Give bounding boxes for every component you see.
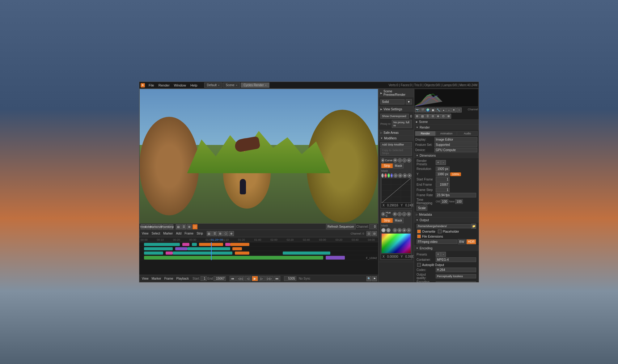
tl-icon-5[interactable]: ⊕ <box>229 231 234 236</box>
solid-mode-dropdown[interactable]: Solid <box>380 99 404 104</box>
curve-x1-btn[interactable]: ⊡ <box>393 173 398 178</box>
strip-menu-btn[interactable]: Strip <box>168 224 173 229</box>
curve-delete-btn[interactable]: ✕ <box>407 158 411 163</box>
hue-x1[interactable]: ⊡ <box>393 228 397 232</box>
clip-1[interactable] <box>144 243 180 246</box>
channel-g-btn[interactable]: G <box>387 173 390 178</box>
hue-v-btn[interactable]: V <box>386 228 391 232</box>
clip-8[interactable] <box>175 247 187 250</box>
presets-remove-btn[interactable]: - <box>441 160 446 165</box>
clip-5[interactable] <box>225 243 230 246</box>
overwrite-chk[interactable] <box>417 230 421 233</box>
curve-x2-btn[interactable]: ⊟ <box>398 173 402 178</box>
hue-strip-btn[interactable]: Strip <box>381 218 393 223</box>
strip-btn-1[interactable]: Strip <box>381 163 393 168</box>
copy-strips-btn[interactable]: Copy to Selected Strips <box>380 148 412 156</box>
old-value[interactable]: 100 <box>441 199 448 204</box>
fps-value[interactable]: 23.94 fps <box>436 193 476 197</box>
new-value[interactable]: 100 <box>455 199 463 204</box>
menu-window[interactable]: Window <box>172 83 188 88</box>
prop-i3[interactable]: ☰ <box>425 114 430 119</box>
curve-graph[interactable] <box>381 178 411 203</box>
prop-i6[interactable]: ⊡ <box>441 114 446 119</box>
view-settings-header[interactable]: ▶ View Settings <box>379 107 414 112</box>
jump-start-btn[interactable]: ⏮ <box>230 276 236 281</box>
hue-x4[interactable]: ✕ <box>407 228 411 232</box>
channel-input[interactable]: 0 <box>369 224 377 229</box>
hue-x3[interactable]: ⊕ <box>402 228 406 232</box>
prop-obj-icon[interactable]: ▣ <box>430 108 435 112</box>
oq-value[interactable]: Perceptually lossless <box>436 274 476 278</box>
hue-del-btn[interactable]: ✕ <box>407 212 411 216</box>
frame-end-value[interactable]: 15067 <box>436 182 450 187</box>
hdr-btn[interactable]: HDR <box>466 239 476 244</box>
clip-14[interactable] <box>235 252 249 255</box>
output-browse-btn[interactable]: 📁 <box>471 224 476 229</box>
clip-6[interactable] <box>230 243 249 246</box>
tl-icon-2[interactable]: ☰ <box>212 231 217 236</box>
output-path[interactable]: /home/silvergo/renders/ <box>417 224 471 228</box>
frame-step-value[interactable]: 1 <box>436 188 450 192</box>
prop-phy-icon[interactable]: ~ <box>457 108 462 112</box>
tab-default[interactable]: Default × <box>204 83 222 88</box>
clip-7[interactable] <box>144 247 173 250</box>
clip-11[interactable] <box>144 252 163 255</box>
play-pause-btn[interactable]: ▶ <box>252 276 258 281</box>
tab-cycles-close[interactable]: × <box>265 84 267 87</box>
pb-marker[interactable]: Marker <box>150 277 163 281</box>
curve-down-btn[interactable]: ↓ <box>402 158 407 163</box>
prop-scene-icon[interactable]: 🎬 <box>420 108 425 112</box>
autosplit-chk[interactable] <box>417 263 421 267</box>
tl-select[interactable]: Select <box>150 231 162 235</box>
tl-icon-3[interactable]: ⊞ <box>218 231 223 236</box>
viewport[interactable]: View Select Marker Add Frame Strip ▤ ☰ ⊞… <box>139 89 378 230</box>
hue-eye-btn[interactable]: 👁 <box>393 212 397 216</box>
clip-16[interactable] <box>144 256 323 260</box>
enc-preset-add[interactable]: + <box>436 252 441 257</box>
tl-icon-1[interactable]: ▤ <box>207 231 212 236</box>
tl-add[interactable]: Add <box>175 231 183 235</box>
curve-up-btn[interactable]: ↑ <box>398 158 402 163</box>
tl-view[interactable]: View <box>141 231 150 235</box>
format-dropdown[interactable]: FFmpeg video <box>417 239 457 244</box>
file-ext-chk[interactable] <box>417 235 421 238</box>
add-modifier-btn[interactable]: Add Strip Modifier <box>380 142 412 147</box>
menu-render[interactable]: Render <box>157 83 171 88</box>
refresh-sequencer-btn[interactable]: Refresh Sequencer <box>326 224 356 229</box>
channel-c-btn[interactable]: C <box>381 173 384 178</box>
clip-9[interactable] <box>187 247 230 250</box>
prop-render-icon[interactable]: 📷 <box>415 108 420 112</box>
prop-i7[interactable]: ⊠ <box>446 114 451 119</box>
step-frame-fwd-btn[interactable]: ▷ <box>259 276 265 281</box>
res-y[interactable]: 1080 px <box>436 172 450 176</box>
proxy-dropdown[interactable]: No proxy, full re <box>392 120 412 128</box>
view-icon-2[interactable]: ☰ <box>181 224 186 229</box>
presets-add-btn[interactable]: + <box>436 160 441 165</box>
render-tab-audio[interactable]: Audio <box>457 131 478 136</box>
scene-preview-header[interactable]: ▶ Scene Preview/Render <box>379 89 414 97</box>
bw-btn[interactable]: BW <box>458 239 466 244</box>
codec-value[interactable]: H.264 <box>436 268 476 272</box>
prop-part-icon[interactable]: ✦ <box>451 108 456 112</box>
clip-13[interactable] <box>173 252 232 255</box>
clip-17[interactable] <box>326 256 345 260</box>
curve-x4-btn[interactable]: ✕ <box>407 173 412 178</box>
encoding-header[interactable]: ▼ Encoding <box>414 246 479 251</box>
marker-btn[interactable]: Marker <box>152 224 157 229</box>
menu-help[interactable]: Help <box>188 83 199 88</box>
clip-4[interactable] <box>199 243 223 246</box>
pb-view[interactable]: View <box>141 277 150 281</box>
hue-down-btn[interactable]: ↓ <box>402 212 406 216</box>
prop-mat-icon[interactable]: ⬥ <box>441 108 446 112</box>
channel-r-btn[interactable]: R <box>384 173 387 178</box>
zoom-in-icon[interactable]: 🔍 <box>366 276 371 281</box>
tl-icon-4[interactable]: ⬡ <box>223 231 228 236</box>
clip-12[interactable] <box>166 252 173 255</box>
tab-scene-close[interactable]: × <box>236 84 237 87</box>
menu-file[interactable]: File <box>147 83 156 88</box>
frame-start-value[interactable]: 1 <box>436 177 450 182</box>
step-fwd-btn[interactable]: ▷▷ <box>265 276 273 281</box>
enc-preset-remove[interactable]: - <box>441 252 446 257</box>
device-value[interactable]: GPU Compute <box>434 148 477 152</box>
scene-header[interactable]: ▶ Scene <box>414 119 479 125</box>
